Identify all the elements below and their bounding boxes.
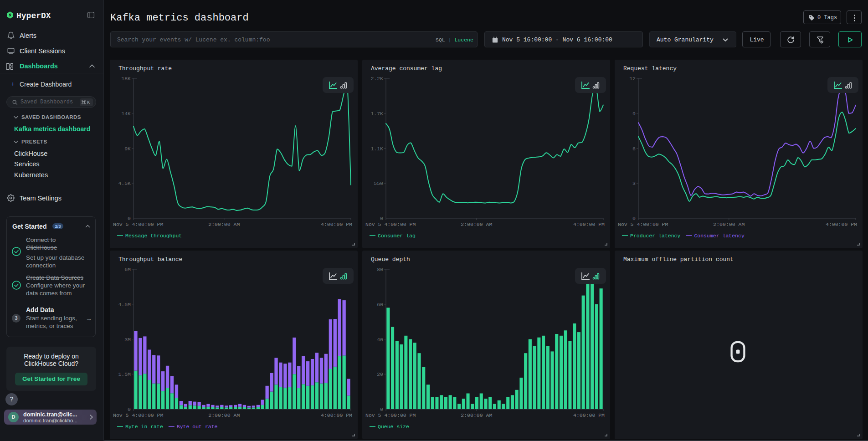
svg-text:Nov 5 4:00:00 PM: Nov 5 4:00:00 PM xyxy=(113,221,164,227)
svg-text:0: 0 xyxy=(380,406,383,412)
svg-text:9: 9 xyxy=(632,111,636,117)
svg-text:Producer latency: Producer latency xyxy=(630,233,681,239)
svg-text:0: 0 xyxy=(128,215,131,221)
svg-text:12: 12 xyxy=(629,76,636,82)
svg-text:4:00:00 PM: 4:00:00 PM xyxy=(321,221,352,227)
svg-text:2.2K: 2.2K xyxy=(370,76,383,82)
svg-text:0: 0 xyxy=(128,406,131,412)
svg-text:6M: 6M xyxy=(124,267,131,272)
svg-text:20: 20 xyxy=(377,371,383,377)
svg-text:Nov 5 4:00:00 PM: Nov 5 4:00:00 PM xyxy=(365,412,416,418)
svg-text:2:00:00 AM: 2:00:00 AM xyxy=(208,221,240,227)
svg-text:Consumer latency: Consumer latency xyxy=(694,233,745,239)
svg-text:3M: 3M xyxy=(124,337,131,343)
svg-text:80: 80 xyxy=(377,267,383,272)
svg-text:Nov 5 4:00:00 PM: Nov 5 4:00:00 PM xyxy=(618,221,668,227)
svg-text:1.1K: 1.1K xyxy=(370,146,383,152)
svg-text:2:00:00 AM: 2:00:00 AM xyxy=(461,412,492,418)
svg-text:60: 60 xyxy=(377,302,383,308)
svg-text:18K: 18K xyxy=(121,76,131,82)
svg-text:6: 6 xyxy=(632,146,636,152)
svg-text:1.5M: 1.5M xyxy=(118,371,131,377)
svg-text:2:00:00 AM: 2:00:00 AM xyxy=(461,221,492,227)
svg-text:2:00:00 AM: 2:00:00 AM xyxy=(713,221,745,227)
svg-text:Byte in rate: Byte in rate xyxy=(125,424,163,430)
svg-text:0: 0 xyxy=(632,215,636,221)
svg-text:4:00:00 PM: 4:00:00 PM xyxy=(573,412,605,418)
svg-text:Byte out rate: Byte out rate xyxy=(177,424,218,430)
svg-text:4.5M: 4.5M xyxy=(118,302,131,308)
svg-text:Nov 5 4:00:00 PM: Nov 5 4:00:00 PM xyxy=(113,412,164,418)
svg-text:550: 550 xyxy=(374,180,383,186)
svg-text:4:00:00 PM: 4:00:00 PM xyxy=(573,221,605,227)
svg-text:4:00:00 PM: 4:00:00 PM xyxy=(826,221,857,227)
svg-text:0: 0 xyxy=(380,215,383,221)
svg-text:Message throughput: Message throughput xyxy=(125,233,182,239)
svg-text:1.7K: 1.7K xyxy=(370,111,383,117)
svg-text:Nov 5 4:00:00 PM: Nov 5 4:00:00 PM xyxy=(365,221,416,227)
svg-text:4.5K: 4.5K xyxy=(118,180,131,186)
svg-text:3: 3 xyxy=(632,180,636,186)
svg-text:Queue size: Queue size xyxy=(378,424,409,430)
svg-text:14K: 14K xyxy=(121,111,131,117)
svg-text:9K: 9K xyxy=(124,146,131,152)
svg-text:4:00:00 PM: 4:00:00 PM xyxy=(321,412,352,418)
svg-text:2:00:00 AM: 2:00:00 AM xyxy=(208,412,240,418)
svg-text:40: 40 xyxy=(377,337,383,343)
svg-text:Consumer lag: Consumer lag xyxy=(378,233,416,239)
